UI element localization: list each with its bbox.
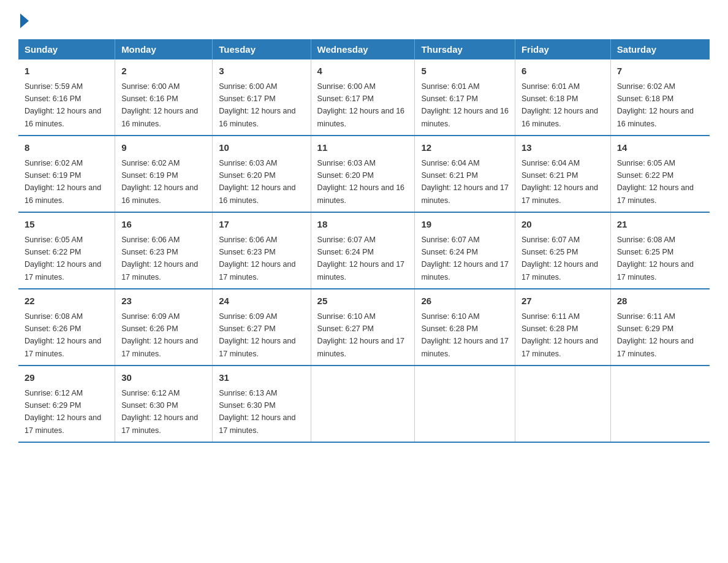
calendar-cell: 10 Sunrise: 6:03 AMSunset: 6:20 PMDaylig…: [213, 136, 311, 212]
day-number: 21: [617, 218, 703, 232]
day-info: Sunrise: 6:01 AMSunset: 6:18 PMDaylight:…: [521, 82, 598, 128]
weekday-header-wednesday: Wednesday: [311, 39, 415, 59]
calendar-cell: 9 Sunrise: 6:02 AMSunset: 6:19 PMDayligh…: [115, 136, 213, 212]
day-info: Sunrise: 6:05 AMSunset: 6:22 PMDaylight:…: [617, 159, 694, 205]
logo-arrow-icon: [20, 13, 29, 28]
calendar-cell: 14 Sunrise: 6:05 AMSunset: 6:22 PMDaylig…: [610, 136, 710, 212]
day-number: 22: [25, 294, 108, 308]
calendar-week-row: 15 Sunrise: 6:05 AMSunset: 6:22 PMDaylig…: [18, 212, 710, 289]
day-number: 26: [421, 294, 509, 308]
calendar-cell: 21 Sunrise: 6:08 AMSunset: 6:25 PMDaylig…: [610, 212, 710, 289]
day-number: 15: [25, 218, 108, 232]
calendar-cell: 11 Sunrise: 6:03 AMSunset: 6:20 PMDaylig…: [311, 136, 415, 212]
calendar-table: SundayMondayTuesdayWednesdayThursdayFrid…: [18, 39, 710, 443]
day-info: Sunrise: 6:04 AMSunset: 6:21 PMDaylight:…: [521, 159, 598, 205]
day-info: Sunrise: 5:59 AMSunset: 6:16 PMDaylight:…: [25, 82, 101, 128]
day-info: Sunrise: 6:12 AMSunset: 6:29 PMDaylight:…: [25, 389, 101, 435]
calendar-cell: 24 Sunrise: 6:09 AMSunset: 6:27 PMDaylig…: [213, 289, 311, 366]
day-number: 25: [317, 294, 409, 308]
calendar-cell: 19 Sunrise: 6:07 AMSunset: 6:24 PMDaylig…: [415, 212, 515, 289]
day-info: Sunrise: 6:02 AMSunset: 6:18 PMDaylight:…: [617, 82, 694, 128]
calendar-cell: [311, 366, 415, 442]
calendar-week-row: 22 Sunrise: 6:08 AMSunset: 6:26 PMDaylig…: [18, 289, 710, 366]
calendar-cell: 17 Sunrise: 6:06 AMSunset: 6:23 PMDaylig…: [213, 212, 311, 289]
calendar-cell: 29 Sunrise: 6:12 AMSunset: 6:29 PMDaylig…: [18, 366, 115, 442]
weekday-header-tuesday: Tuesday: [213, 39, 311, 59]
calendar-cell: 4 Sunrise: 6:00 AMSunset: 6:17 PMDayligh…: [311, 59, 415, 136]
day-info: Sunrise: 6:09 AMSunset: 6:26 PMDaylight:…: [121, 312, 198, 358]
day-number: 20: [521, 218, 604, 232]
day-number: 3: [219, 64, 304, 79]
day-info: Sunrise: 6:08 AMSunset: 6:26 PMDaylight:…: [25, 312, 101, 358]
calendar-cell: 3 Sunrise: 6:00 AMSunset: 6:17 PMDayligh…: [213, 59, 311, 136]
day-info: Sunrise: 6:07 AMSunset: 6:24 PMDaylight:…: [421, 236, 508, 282]
day-number: 9: [121, 141, 206, 155]
day-info: Sunrise: 6:07 AMSunset: 6:24 PMDaylight:…: [317, 236, 404, 282]
day-info: Sunrise: 6:07 AMSunset: 6:25 PMDaylight:…: [521, 236, 598, 282]
day-number: 7: [617, 64, 703, 79]
day-number: 28: [617, 294, 703, 308]
calendar-cell: 25 Sunrise: 6:10 AMSunset: 6:27 PMDaylig…: [311, 289, 415, 366]
day-info: Sunrise: 6:11 AMSunset: 6:28 PMDaylight:…: [521, 312, 598, 358]
day-info: Sunrise: 6:02 AMSunset: 6:19 PMDaylight:…: [121, 159, 198, 205]
weekday-header-saturday: Saturday: [610, 39, 710, 59]
day-number: 23: [121, 294, 206, 308]
calendar-cell: 26 Sunrise: 6:10 AMSunset: 6:28 PMDaylig…: [415, 289, 515, 366]
day-number: 18: [317, 218, 409, 232]
calendar-week-row: 8 Sunrise: 6:02 AMSunset: 6:19 PMDayligh…: [18, 136, 710, 212]
day-number: 13: [521, 141, 604, 155]
day-info: Sunrise: 6:05 AMSunset: 6:22 PMDaylight:…: [25, 236, 101, 282]
day-info: Sunrise: 6:02 AMSunset: 6:19 PMDaylight:…: [25, 159, 101, 205]
day-info: Sunrise: 6:01 AMSunset: 6:17 PMDaylight:…: [421, 82, 508, 128]
day-number: 4: [317, 64, 409, 79]
day-info: Sunrise: 6:10 AMSunset: 6:27 PMDaylight:…: [317, 312, 404, 358]
day-info: Sunrise: 6:12 AMSunset: 6:30 PMDaylight:…: [121, 389, 198, 435]
day-number: 6: [521, 64, 604, 79]
calendar-cell: 15 Sunrise: 6:05 AMSunset: 6:22 PMDaylig…: [18, 212, 115, 289]
day-info: Sunrise: 6:03 AMSunset: 6:20 PMDaylight:…: [317, 159, 404, 205]
calendar-cell: 30 Sunrise: 6:12 AMSunset: 6:30 PMDaylig…: [115, 366, 213, 442]
day-info: Sunrise: 6:11 AMSunset: 6:29 PMDaylight:…: [617, 312, 694, 358]
calendar-cell: 1 Sunrise: 5:59 AMSunset: 6:16 PMDayligh…: [18, 59, 115, 136]
day-info: Sunrise: 6:00 AMSunset: 6:17 PMDaylight:…: [317, 82, 404, 128]
day-info: Sunrise: 6:06 AMSunset: 6:23 PMDaylight:…: [219, 236, 295, 282]
day-number: 5: [421, 64, 509, 79]
calendar-cell: 31 Sunrise: 6:13 AMSunset: 6:30 PMDaylig…: [213, 366, 311, 442]
day-number: 29: [25, 371, 108, 385]
calendar-cell: 22 Sunrise: 6:08 AMSunset: 6:26 PMDaylig…: [18, 289, 115, 366]
weekday-header-friday: Friday: [515, 39, 610, 59]
day-number: 14: [617, 141, 703, 155]
logo: [18, 12, 29, 28]
weekday-header-monday: Monday: [115, 39, 213, 59]
day-number: 27: [521, 294, 604, 308]
day-number: 11: [317, 141, 409, 155]
day-info: Sunrise: 6:00 AMSunset: 6:16 PMDaylight:…: [121, 82, 198, 128]
page-header: [18, 12, 710, 28]
day-number: 10: [219, 141, 304, 155]
day-number: 1: [25, 64, 108, 79]
calendar-cell: 27 Sunrise: 6:11 AMSunset: 6:28 PMDaylig…: [515, 289, 610, 366]
calendar-cell: 16 Sunrise: 6:06 AMSunset: 6:23 PMDaylig…: [115, 212, 213, 289]
day-info: Sunrise: 6:03 AMSunset: 6:20 PMDaylight:…: [219, 159, 295, 205]
calendar-cell: 18 Sunrise: 6:07 AMSunset: 6:24 PMDaylig…: [311, 212, 415, 289]
weekday-header-thursday: Thursday: [415, 39, 515, 59]
calendar-cell: 20 Sunrise: 6:07 AMSunset: 6:25 PMDaylig…: [515, 212, 610, 289]
day-number: 2: [121, 64, 206, 79]
calendar-cell: 5 Sunrise: 6:01 AMSunset: 6:17 PMDayligh…: [415, 59, 515, 136]
day-info: Sunrise: 6:06 AMSunset: 6:23 PMDaylight:…: [121, 236, 198, 282]
calendar-cell: [610, 366, 710, 442]
day-info: Sunrise: 6:08 AMSunset: 6:25 PMDaylight:…: [617, 236, 694, 282]
day-number: 30: [121, 371, 206, 385]
calendar-cell: 13 Sunrise: 6:04 AMSunset: 6:21 PMDaylig…: [515, 136, 610, 212]
day-number: 19: [421, 218, 509, 232]
day-number: 24: [219, 294, 304, 308]
calendar-cell: 8 Sunrise: 6:02 AMSunset: 6:19 PMDayligh…: [18, 136, 115, 212]
day-number: 12: [421, 141, 509, 155]
calendar-cell: 28 Sunrise: 6:11 AMSunset: 6:29 PMDaylig…: [610, 289, 710, 366]
calendar-cell: 2 Sunrise: 6:00 AMSunset: 6:16 PMDayligh…: [115, 59, 213, 136]
day-number: 17: [219, 218, 304, 232]
day-number: 16: [121, 218, 206, 232]
day-number: 31: [219, 371, 304, 385]
day-info: Sunrise: 6:09 AMSunset: 6:27 PMDaylight:…: [219, 312, 295, 358]
calendar-cell: [515, 366, 610, 442]
